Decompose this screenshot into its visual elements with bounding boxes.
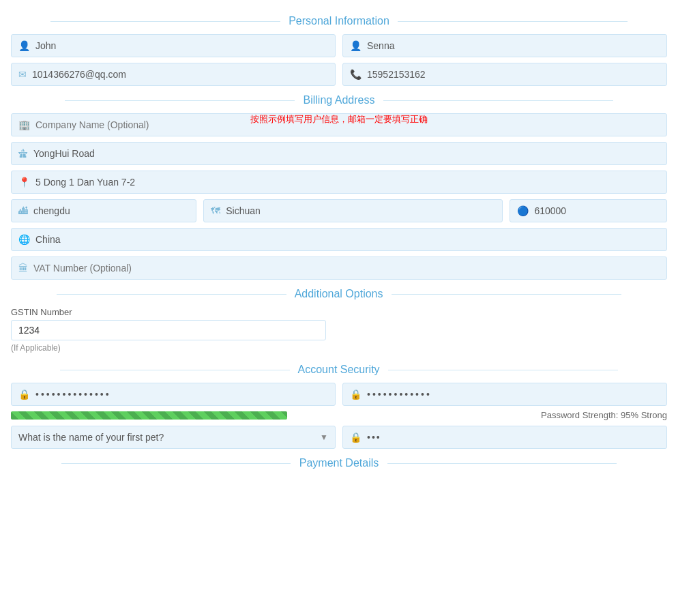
vat-icon: 🏛 xyxy=(18,263,28,274)
security-question-field: What is the name of your first pet? What… xyxy=(11,426,336,449)
company-row: 🏢 按照示例填写用户信息，邮箱一定要填写正确 xyxy=(11,113,667,136)
security-question-row: What is the name of your first pet? What… xyxy=(11,426,667,449)
email-field: ✉ xyxy=(11,63,336,86)
country-field: 🌐 xyxy=(11,228,667,251)
password-input[interactable] xyxy=(35,389,328,400)
gstin-input[interactable] xyxy=(18,325,319,336)
applicable-text: (If Applicable) xyxy=(11,343,667,353)
confirm-password-input[interactable] xyxy=(367,389,660,400)
globe-icon: 🌐 xyxy=(18,234,30,245)
city-icon: 🏙 xyxy=(18,205,28,216)
security-question-select[interactable]: What is the name of your first pet? What… xyxy=(18,432,314,443)
first-name-input[interactable] xyxy=(35,40,328,51)
address2-input[interactable] xyxy=(35,177,660,188)
chevron-down-icon: ▼ xyxy=(320,432,328,442)
state-icon: 🗺 xyxy=(211,205,220,216)
zip-icon: 🔵 xyxy=(517,205,529,216)
gstin-field xyxy=(11,320,326,340)
phone-input[interactable] xyxy=(367,69,660,80)
postcode-input[interactable] xyxy=(534,205,660,216)
city-state-zip-row: 🏙 🗺 🔵 xyxy=(11,199,667,222)
country-row: 🌐 xyxy=(11,228,667,251)
person-icon-2: 👤 xyxy=(350,40,362,51)
page-wrapper: Personal Information 👤 👤 ✉ 📞 Billing Add… xyxy=(0,0,678,483)
security-answer-field: 🔒 xyxy=(342,426,667,449)
strength-bar xyxy=(11,411,287,420)
person-icon: 👤 xyxy=(18,40,30,51)
company-input[interactable] xyxy=(35,119,660,130)
address1-input[interactable] xyxy=(33,148,660,159)
road-icon: 🛣 xyxy=(18,148,28,159)
gstin-label: GSTIN Number xyxy=(11,307,667,317)
name-row: 👤 👤 xyxy=(11,34,667,57)
city-input[interactable] xyxy=(33,205,189,216)
country-input[interactable] xyxy=(35,234,660,245)
additional-options-title: Additional Options xyxy=(11,288,667,300)
lock-icon-answer: 🔒 xyxy=(350,432,362,443)
payment-details-title: Payment Details xyxy=(11,457,667,469)
vat-field: 🏛 xyxy=(11,256,667,280)
email-input[interactable] xyxy=(32,69,328,80)
lock-icon-confirm: 🔒 xyxy=(350,389,362,400)
postcode-field: 🔵 xyxy=(510,199,667,222)
state-field: 🗺 xyxy=(203,199,503,222)
last-name-field: 👤 xyxy=(342,34,667,57)
contact-row: ✉ 📞 xyxy=(11,63,667,86)
city-field: 🏙 xyxy=(11,199,196,222)
confirm-password-field: 🔒 xyxy=(342,383,667,406)
billing-address-title: Billing Address xyxy=(11,94,667,106)
address1-row: 🛣 xyxy=(11,142,667,165)
phone-icon: 📞 xyxy=(350,69,362,80)
vat-row: 🏛 xyxy=(11,256,667,280)
personal-information-title: Personal Information xyxy=(11,15,667,27)
state-input[interactable] xyxy=(226,205,495,216)
password-field: 🔒 xyxy=(11,383,336,406)
location-icon: 📍 xyxy=(18,177,30,188)
address2-field: 📍 xyxy=(11,171,667,194)
first-name-field: 👤 xyxy=(11,34,336,57)
additional-options-section: GSTIN Number (If Applicable) xyxy=(11,307,667,353)
company-field: 🏢 xyxy=(11,113,667,136)
email-icon: ✉ xyxy=(18,69,27,80)
building-icon: 🏢 xyxy=(18,119,30,130)
address2-row: 📍 xyxy=(11,171,667,194)
lock-icon-password: 🔒 xyxy=(18,389,30,400)
account-security-title: Account Security xyxy=(11,364,667,376)
strength-bar-row: Password Strength: 95% Strong xyxy=(11,410,667,420)
password-row: 🔒 🔒 xyxy=(11,383,667,406)
address1-field: 🛣 xyxy=(11,142,667,165)
strength-label: Password Strength: 95% Strong xyxy=(342,410,667,420)
security-answer-input[interactable] xyxy=(367,432,660,443)
vat-input[interactable] xyxy=(33,263,660,274)
last-name-input[interactable] xyxy=(367,40,660,51)
phone-field: 📞 xyxy=(342,63,667,86)
strength-bar-wrap xyxy=(11,411,336,420)
